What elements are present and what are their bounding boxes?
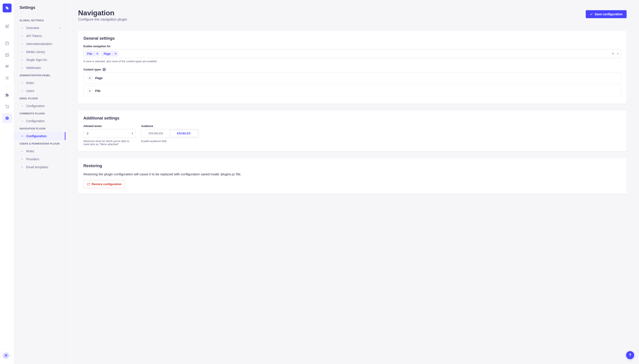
user-menu[interactable]: M › (3, 352, 11, 364)
navigation-icon[interactable] (2, 73, 12, 83)
content-type-label: Page (95, 76, 103, 80)
avatar: M (3, 352, 9, 359)
allowed-levels-hint: Maximum level for which you're able to m… (83, 140, 134, 146)
menu-item-label: Roles (26, 81, 34, 85)
general-settings-card: General settings Enable navigation for F… (78, 31, 626, 104)
section-label: NAVIGATION PLUGIN (14, 125, 66, 132)
svg-point-8 (8, 108, 9, 108)
menu-webhooks[interactable]: Webhooks (14, 64, 66, 72)
section-label: COMMENTS PLUGIN (14, 110, 66, 117)
media-icon[interactable] (2, 50, 12, 60)
settings-icon[interactable] (2, 113, 12, 123)
audience-label: Audience (141, 124, 201, 128)
input-value: 2 (87, 132, 89, 135)
content-type-row-page[interactable]: ▼ Page (83, 72, 621, 84)
tag-remove-icon[interactable]: ✕ (113, 51, 119, 56)
number-stepper[interactable]: ▲▼ (131, 132, 133, 135)
menu-sso[interactable]: Single Sign-On (14, 56, 66, 64)
audience-disabled-option[interactable]: DISABLED (142, 130, 170, 137)
tag-label: Page (101, 51, 113, 56)
tag-file: File ✕ (85, 51, 100, 56)
check-icon (590, 13, 593, 16)
primary-nav: M › (0, 0, 14, 364)
tag-remove-icon[interactable]: ✕ (94, 51, 100, 56)
tag-label: File (85, 51, 94, 56)
content-icon[interactable] (2, 22, 12, 31)
restoring-card: Restoring Restoring the plugin configura… (78, 158, 626, 194)
plugins-icon[interactable] (2, 90, 12, 100)
menu-api-tokens[interactable]: API Tokens (14, 32, 66, 40)
enable-nav-multiselect[interactable]: File ✕ Page ✕ ✕ ▼ (83, 49, 621, 58)
menu-item-label: Providers (26, 158, 39, 161)
menu-item-label: Single Sign-On (26, 58, 47, 62)
menu-internationalization[interactable]: Internationalization (14, 40, 66, 48)
content-type-row-file[interactable]: ▼ File (83, 85, 621, 96)
audience-hint: Enable audience field (141, 140, 201, 143)
enable-nav-label: Enable navigation for (83, 45, 621, 48)
menu-item-label: Roles (26, 150, 34, 153)
page-subtitle: Configure the navigation plugin (78, 18, 127, 22)
menu-admin-roles[interactable]: Roles (14, 79, 66, 87)
menu-item-label: Overview (26, 26, 39, 30)
menu-item-label: Internationalization (26, 42, 52, 46)
card-heading: General settings (83, 36, 621, 41)
clear-icon[interactable]: ✕ (612, 52, 614, 56)
caret-down-icon: ▼ (87, 75, 93, 81)
menu-media-library[interactable]: Media Library (14, 48, 66, 56)
allowed-levels-input[interactable]: 2 ▲▼ (83, 129, 136, 138)
label-text: Content types (83, 68, 101, 71)
restore-button[interactable]: Restore configuration (83, 180, 125, 188)
menu-item-label: Webhooks (26, 66, 41, 70)
menu-item-label: Email templates (26, 165, 48, 169)
caret-down-icon[interactable]: ▼ (616, 52, 619, 55)
enable-nav-hint: If none is selected, also none of the co… (83, 60, 621, 63)
menu-item-label: Configuration (26, 119, 45, 123)
main-content: Navigation Configure the navigation plug… (66, 0, 639, 364)
allowed-levels-label: Allowed levels (83, 124, 136, 128)
card-heading: Restoring (83, 164, 621, 168)
info-icon[interactable]: i (103, 68, 106, 71)
content-types-label: Content types i (83, 68, 621, 71)
menu-item-label: API Tokens (26, 34, 42, 38)
save-button-label: Save configuration (595, 12, 622, 16)
settings-sidebar: Settings GLOBAL SETTINGS Overview API To… (14, 0, 66, 364)
audience-enabled-option[interactable]: ENABLED (170, 130, 198, 137)
menu-comments-config[interactable]: Configuration (14, 117, 66, 125)
divider (4, 18, 11, 18)
menu-up-roles[interactable]: Roles (14, 147, 66, 155)
menu-overview[interactable]: Overview (14, 24, 66, 32)
menu-email-config[interactable]: Configuration (14, 102, 66, 110)
svg-point-7 (7, 108, 7, 108)
menu-item-label: Configuration (26, 134, 47, 138)
menu-item-label: Users (26, 89, 34, 93)
refresh-icon (87, 183, 90, 186)
section-label: ADMINISTRATION PANEL (14, 72, 66, 79)
menu-item-label: Configuration (26, 104, 45, 108)
divider (4, 35, 11, 36)
section-label: GLOBAL SETTINGS (14, 17, 66, 24)
builder-icon[interactable] (2, 38, 12, 48)
card-heading: Additional settings (83, 116, 621, 120)
help-button[interactable]: ? (626, 351, 634, 359)
tag-page: Page ✕ (101, 51, 119, 56)
svg-point-3 (6, 54, 7, 54)
caret-down-icon: ▼ (87, 88, 93, 94)
svg-rect-0 (6, 42, 9, 45)
page-title: Navigation (78, 9, 127, 17)
audience-toggle[interactable]: DISABLED ENABLED (141, 129, 199, 138)
comments-icon[interactable] (2, 62, 12, 72)
restoring-desc: Restoring the plugin configuration will … (83, 172, 621, 176)
menu-up-providers[interactable]: Providers (14, 155, 66, 163)
indicator-dot (59, 28, 60, 28)
app-logo[interactable] (3, 4, 12, 12)
menu-navigation-config[interactable]: Configuration (14, 132, 66, 140)
menu-up-email-templates[interactable]: Email templates (14, 163, 66, 171)
menu-admin-users[interactable]: Users (14, 87, 66, 95)
settings-title: Settings (14, 5, 66, 13)
section-label: USERS & PERMISSIONS PLUGIN (14, 140, 66, 147)
save-button[interactable]: Save configuration (586, 10, 626, 18)
marketplace-icon[interactable] (2, 102, 12, 112)
content-type-label: File (95, 89, 101, 93)
additional-settings-card: Additional settings Allowed levels 2 ▲▼ … (78, 110, 626, 151)
restore-button-label: Restore configuration (92, 182, 122, 186)
